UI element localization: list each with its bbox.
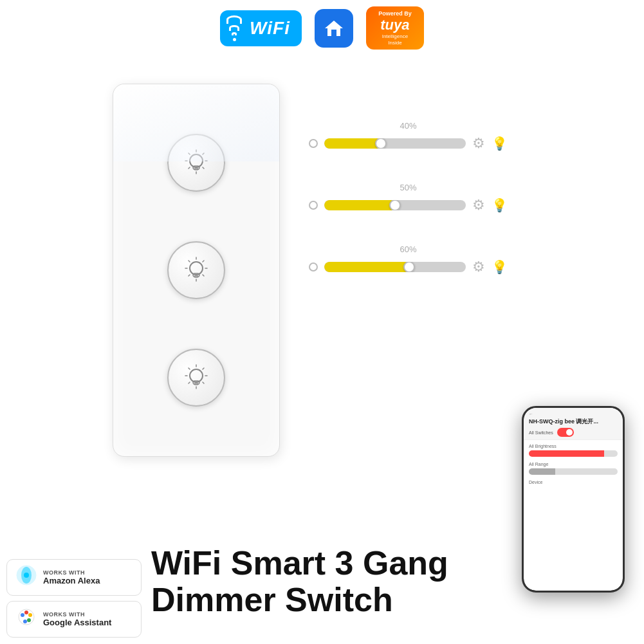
svg-point-37 bbox=[28, 613, 32, 617]
dimmer-button-1[interactable] bbox=[167, 134, 225, 192]
google-text: WORKS WITH Google Assistant bbox=[43, 611, 111, 627]
wifi-badge: WiFi bbox=[220, 10, 302, 46]
svg-line-19 bbox=[189, 275, 190, 276]
main-title-line1: WiFi Smart 3 Gang bbox=[151, 545, 448, 582]
slider-2-thumb[interactable] bbox=[389, 200, 401, 210]
svg-line-20 bbox=[203, 275, 204, 276]
slider-row-1: 40% ⚙ 💡 bbox=[309, 135, 508, 152]
svg-line-30 bbox=[203, 382, 204, 383]
slider-3-percent: 60% bbox=[400, 244, 416, 254]
phone-brightness-bar[interactable] bbox=[529, 450, 618, 457]
switch-panel bbox=[113, 84, 280, 457]
svg-point-11 bbox=[190, 262, 203, 275]
google-icon bbox=[16, 607, 37, 632]
svg-line-8 bbox=[203, 153, 204, 154]
slider-2-percent: 50% bbox=[400, 183, 416, 192]
slider-row-2: 50% ⚙ 💡 bbox=[309, 197, 508, 214]
svg-line-7 bbox=[189, 153, 190, 154]
phone-brightness-label: All Brightness bbox=[529, 444, 618, 448]
slider-1-fill bbox=[324, 138, 381, 149]
slider-2-bulb-icon: 💡 bbox=[492, 198, 508, 213]
svg-line-17 bbox=[189, 261, 190, 262]
main-title-line2: Dimmer Switch bbox=[151, 582, 448, 618]
sliders-area: 40% ⚙ 💡 50% ⚙ 💡 60% ⚙ 💡 bbox=[309, 135, 508, 275]
phone-toggle-switch[interactable] bbox=[557, 428, 574, 437]
slider-1-percent: 40% bbox=[400, 121, 416, 131]
slider-3-track[interactable] bbox=[324, 262, 466, 272]
svg-point-33 bbox=[24, 573, 29, 578]
alexa-brand-label: Amazon Alexa bbox=[43, 576, 100, 585]
phone-toggle-label: All Switches bbox=[529, 430, 553, 435]
svg-rect-0 bbox=[331, 30, 336, 36]
svg-line-29 bbox=[189, 382, 190, 383]
tuya-badge: Powered By tuya IntelligenceInside bbox=[366, 6, 424, 50]
google-works-label: WORKS WITH bbox=[43, 611, 111, 618]
svg-line-28 bbox=[203, 368, 204, 369]
slider-3-gear-icon: ⚙ bbox=[472, 259, 485, 275]
svg-point-21 bbox=[190, 369, 203, 382]
phone-range-label: All Range bbox=[529, 462, 618, 466]
alexa-text: WORKS WITH Amazon Alexa bbox=[43, 569, 100, 585]
alexa-icon bbox=[16, 565, 37, 590]
top-badges-area: WiFi Powered By tuya IntelligenceInside bbox=[0, 6, 644, 50]
main-title: WiFi Smart 3 Gang Dimmer Switch bbox=[151, 545, 448, 618]
slider-1-min-dot bbox=[309, 139, 318, 148]
slider-2-track[interactable] bbox=[324, 200, 466, 210]
svg-point-36 bbox=[24, 611, 28, 614]
svg-point-35 bbox=[21, 613, 24, 617]
phone-mockup: ← NH-SWQ-zig bee 调光开... All Switches All… bbox=[522, 406, 625, 593]
slider-1-track[interactable] bbox=[324, 138, 466, 149]
tuya-logo-label: tuya bbox=[380, 17, 409, 33]
svg-line-18 bbox=[203, 261, 204, 262]
phone-device-label: Device bbox=[529, 480, 618, 484]
slider-3-thumb[interactable] bbox=[403, 262, 415, 272]
alexa-badge: WORKS WITH Amazon Alexa bbox=[6, 559, 142, 596]
phone-header: ← NH-SWQ-zig bee 调光开... All Switches bbox=[524, 408, 623, 440]
dimmer-button-3[interactable] bbox=[167, 349, 225, 407]
svg-line-10 bbox=[203, 167, 204, 169]
svg-point-38 bbox=[27, 618, 31, 622]
wifi-label: WiFi bbox=[250, 18, 290, 39]
google-brand-label: Google Assistant bbox=[43, 618, 111, 627]
bottom-badges-area: WORKS WITH Amazon Alexa WORKS WITH Googl… bbox=[6, 559, 142, 638]
google-badge: WORKS WITH Google Assistant bbox=[6, 601, 142, 638]
alexa-works-label: WORKS WITH bbox=[43, 569, 100, 576]
svg-point-1 bbox=[190, 154, 203, 167]
phone-range-bar[interactable] bbox=[529, 468, 618, 475]
slider-row-3: 60% ⚙ 💡 bbox=[309, 259, 508, 275]
phone-toggle-row: All Switches bbox=[529, 428, 618, 437]
slider-3-fill bbox=[324, 262, 409, 272]
phone-content: All Brightness All Range Device bbox=[524, 440, 623, 591]
slider-2-min-dot bbox=[309, 201, 318, 210]
wifi-icon bbox=[226, 15, 242, 41]
smarthome-icon bbox=[315, 9, 353, 48]
dimmer-button-2[interactable] bbox=[167, 241, 225, 299]
slider-2-gear-icon: ⚙ bbox=[472, 197, 485, 214]
phone-screen: ← NH-SWQ-zig bee 调光开... All Switches All… bbox=[524, 408, 623, 591]
slider-1-bulb-icon: 💡 bbox=[492, 136, 508, 151]
slider-3-min-dot bbox=[309, 262, 318, 271]
svg-line-27 bbox=[189, 368, 190, 369]
svg-line-9 bbox=[189, 167, 190, 169]
tuya-powered-label: Powered By bbox=[378, 10, 412, 17]
slider-2-fill bbox=[324, 200, 395, 210]
tuya-sub-label: IntelligenceInside bbox=[382, 33, 408, 46]
slider-3-bulb-icon: 💡 bbox=[492, 259, 508, 275]
svg-point-39 bbox=[23, 620, 27, 623]
slider-1-gear-icon: ⚙ bbox=[472, 135, 485, 152]
slider-1-thumb[interactable] bbox=[375, 138, 387, 149]
phone-title: NH-SWQ-zig bee 调光开... bbox=[529, 418, 618, 426]
